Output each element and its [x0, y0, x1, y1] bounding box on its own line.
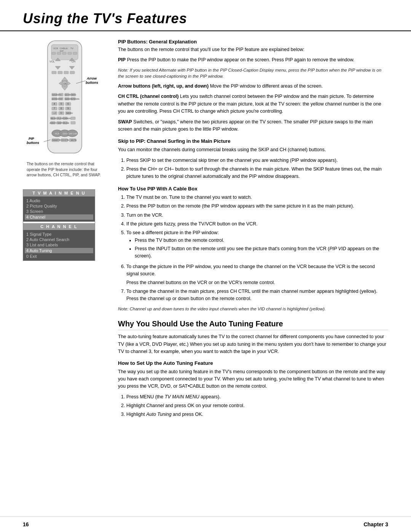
- footer-chapter: Chapter 3: [363, 521, 388, 527]
- svg-text:VCR: VCR: [55, 133, 60, 135]
- footer-page-number: 16: [23, 521, 29, 527]
- svg-rect-20: [70, 71, 75, 74]
- pip-note: Note: If you selected Alternate with PIP…: [118, 67, 388, 80]
- svg-text:MENU: MENU: [66, 112, 73, 114]
- page: Using the TV's Features VCR CABLE/: [0, 0, 411, 532]
- pip-heading: PIP Buttons: General Explanation: [118, 39, 388, 45]
- svg-rect-19: [64, 71, 68, 74]
- svg-text:PIP: PIP: [59, 98, 62, 100]
- pip-text: PIP Press the PIP button to make the PIP…: [118, 56, 388, 64]
- svg-rect-7: [57, 52, 61, 54]
- svg-text:4: 4: [54, 102, 55, 105]
- svg-rect-17: [52, 71, 56, 74]
- left-column: VCR CABLE/ SAT TV VOL CH: [23, 39, 107, 516]
- svg-text:buttons: buttons: [86, 81, 98, 85]
- svg-text:5: 5: [61, 102, 62, 105]
- cable-box-heading: How To Use PIP With A Cable Box: [118, 186, 388, 192]
- skip-pip-heading: Skip to PIP: Channel Surfing in the Main…: [118, 138, 388, 144]
- svg-rect-67: [71, 117, 75, 120]
- swap-label: SWAP: [118, 119, 132, 125]
- svg-rect-10: [73, 52, 77, 54]
- cable-bullet-1: Press the TV button on the remote contro…: [135, 237, 388, 244]
- pip-note-text: Note: If you selected Alternate with PIP…: [118, 68, 381, 79]
- cable-bullets: Press the TV button on the remote contro…: [135, 237, 388, 260]
- pip-intro: The buttons on the remote control that y…: [118, 46, 388, 53]
- swap-desc: Switches, or "swaps," where the two pict…: [118, 119, 373, 132]
- channel-items: 1 Signal Type 2 Auto Channel Search 3 Li…: [23, 230, 95, 260]
- cable-step-4: If the picture gets fuzzy, press the TV/…: [126, 220, 388, 228]
- svg-text:SWAP PIP: SWAP PIP: [52, 139, 62, 141]
- svg-text:PIP: PIP: [29, 137, 35, 141]
- svg-text:ANTENNA: ANTENNA: [70, 98, 80, 100]
- tv-main-menu-title: T V M A I N M E N U: [23, 190, 95, 197]
- remote-area: VCR CABLE/ SAT TV VOL CH: [23, 39, 107, 178]
- svg-rect-18: [58, 71, 62, 74]
- svg-rect-6: [52, 52, 56, 54]
- channel-item-list-labels: 3 List and Labels: [26, 242, 92, 248]
- cable-step-6: To change the picture in the PIP window,…: [126, 263, 388, 286]
- auto-tuning-step-1: Press MENU (the TV MAIN MENU appears).: [126, 393, 388, 401]
- svg-text:TV: TV: [70, 47, 73, 50]
- arrow-buttons-label: Arrow buttons (left, right, up, and down…: [118, 83, 209, 89]
- tv-menu-item-picture: 2 Picture Quality: [26, 203, 92, 209]
- svg-text:GO BK: GO BK: [65, 94, 72, 96]
- channel-item-exit: 0 Exit: [26, 254, 92, 259]
- remote-caption: The buttons on the remote control that o…: [27, 161, 103, 178]
- cable-bullet-2: Press the INPUT button on the remote unt…: [135, 245, 388, 260]
- auto-tuning-italic: Auto Tuning: [146, 412, 171, 417]
- auto-tuning-intro: The auto-tuning feature automatically tu…: [118, 333, 388, 355]
- right-column: PIP Buttons: General Explanation The but…: [118, 39, 388, 516]
- cable-step-6b: Press the channel buttons on the VCR or …: [126, 279, 388, 286]
- skip-pip-text: You can monitor the channels during comm…: [118, 146, 388, 153]
- tv-menu-items: 1 Audio 2 Picture Quality 3 Screen 4 Cha…: [23, 197, 95, 222]
- svg-text:7: 7: [54, 107, 55, 110]
- svg-text:6: 6: [67, 102, 69, 105]
- svg-text:PLAY: PLAY: [57, 117, 63, 120]
- page-title: Using the TV's Features: [23, 11, 388, 27]
- svg-text:DVD: DVD: [63, 133, 68, 135]
- skip-step-1: Press SKIP to set the commercial skip ti…: [126, 157, 388, 164]
- cable-steps-list: The TV must be on. Tune to the channel y…: [126, 194, 388, 303]
- cable-step-3: Turn on the VCR.: [126, 212, 388, 219]
- arrow-buttons-text: Arrow buttons (left, right, up, and down…: [118, 83, 388, 90]
- auto-tuning-steps: Press MENU (the TV MAIN MENU appears). H…: [126, 393, 388, 419]
- svg-text:MUTE: MUTE: [71, 139, 77, 141]
- auto-tuning-sub-text: The way you set up the auto tuning featu…: [118, 368, 388, 390]
- svg-text:CABLE/: CABLE/: [60, 47, 68, 50]
- auto-tuning-step-3: Highlight Auto Tuning and press OK.: [126, 411, 388, 418]
- channel-item-auto-search: 2 Auto Channel Search: [26, 237, 92, 242]
- svg-text:SAT: SAT: [60, 50, 64, 52]
- svg-text:0: 0: [61, 112, 62, 114]
- svg-text:SKIP: SKIP: [57, 122, 62, 124]
- svg-text:SWAP: SWAP: [65, 98, 71, 100]
- svg-text:PAUSE: PAUSE: [62, 122, 70, 124]
- tv-menu-item-audio: 1 Audio: [26, 198, 92, 203]
- svg-text:OK: OK: [64, 83, 67, 85]
- svg-text:VCR: VCR: [53, 47, 58, 50]
- svg-text:VOL: VOL: [49, 60, 55, 63]
- svg-rect-8: [62, 52, 66, 54]
- tv-menu-box: T V M A I N M E N U 1 Audio 2 Picture Qu…: [23, 189, 95, 261]
- svg-text:INFO: INFO: [71, 94, 76, 96]
- remote-wrapper: VCR CABLE/ SAT TV VOL CH: [38, 39, 91, 158]
- cable-step-5: To see a different picture in the PIP wi…: [126, 229, 388, 260]
- svg-text:TV: TV: [59, 94, 62, 96]
- swap-text: SWAP Switches, or "swaps," where the two…: [118, 118, 388, 133]
- pip-description: Press the PIP button to make the PIP win…: [127, 57, 355, 62]
- page-header: Using the TV's Features: [0, 0, 411, 31]
- arrow-buttons-desc: Move the PIP window to different areas o…: [210, 83, 323, 89]
- channel-item-auto-tuning: 4 Auto Tuning: [25, 248, 93, 253]
- svg-rect-9: [68, 52, 72, 54]
- auto-tuning-heading: Why You Should Use the Auto Tuning Featu…: [118, 320, 388, 330]
- cable-step-7: To change the channel in the main pictur…: [126, 288, 388, 303]
- ch-ctrl-label: CH CTRL (channel control): [118, 94, 179, 99]
- cable-step-2: Press the PIP button on the remote (the …: [126, 203, 388, 210]
- auto-tuning-step-2: Highlight Channel and press OK on your r…: [126, 402, 388, 409]
- svg-text:Arrow: Arrow: [86, 77, 97, 80]
- skip-steps-list: Press SKIP to set the commercial skip ti…: [126, 157, 388, 181]
- svg-text:8: 8: [61, 107, 62, 110]
- remote-svg: VCR CABLE/ SAT TV VOL CH: [38, 39, 91, 157]
- pip-label: PIP: [118, 57, 126, 62]
- main-content: VCR CABLE/ SAT TV VOL CH: [0, 39, 411, 516]
- pip-vid-italic: PIP VID: [329, 246, 346, 251]
